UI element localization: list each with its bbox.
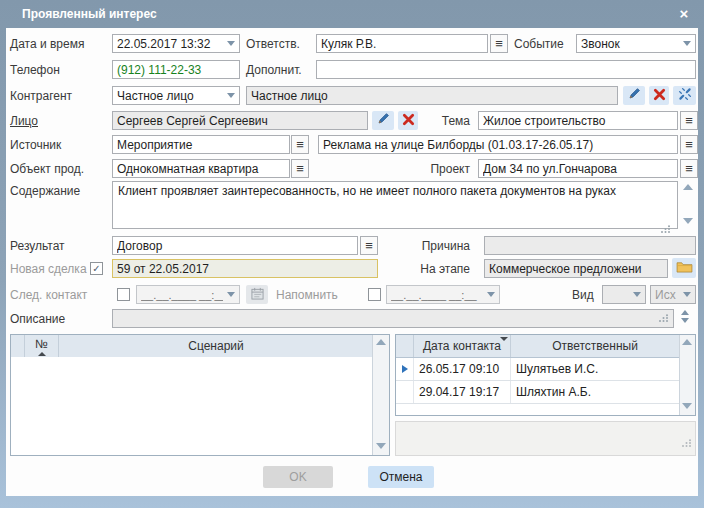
new-deal-label: Новая сделка — [10, 261, 87, 277]
phone-label: Телефон — [10, 62, 60, 78]
contact-date-cell[interactable]: 29.04.17 19:17 — [414, 381, 511, 403]
scenario-table-header: № Сценарий — [11, 335, 389, 358]
project-input[interactable]: Дом 34 по ул.Гончарова — [478, 159, 678, 178]
source-detail-input[interactable]: Реклама на улице Билборды (01.03.17-26.0… — [318, 135, 678, 154]
next-contact-date-input[interactable]: __.__.____ __:__ — [136, 285, 240, 304]
spin-up-icon[interactable] — [681, 310, 689, 315]
content-textarea[interactable]: Клиент проявляет заинтересованность, но … — [112, 181, 678, 229]
scroll-up-icon[interactable] — [376, 339, 386, 345]
stage-open-button[interactable] — [672, 258, 696, 278]
reason-input — [484, 236, 696, 255]
chevron-down-icon[interactable] — [683, 41, 691, 46]
new-deal-checkbox[interactable]: ✓ — [90, 262, 103, 275]
counterparty-clear-button[interactable] — [649, 86, 669, 105]
sales-object-input[interactable]: Однокомнатная квартира — [112, 159, 290, 178]
project-value: Дом 34 по ул.Гончарова — [483, 162, 673, 176]
scenario-name-column-header[interactable]: Сценарий — [59, 335, 373, 357]
spin-down-icon[interactable] — [681, 318, 689, 323]
table-row[interactable]: 29.04.17 19:17 Шляхтин А.Б. — [396, 381, 695, 404]
stage-value: Коммерческое предложени — [489, 262, 663, 276]
chevron-down-icon[interactable] — [487, 292, 495, 297]
check-icon: ✓ — [92, 263, 100, 274]
source-select-button[interactable]: ≡ — [291, 135, 309, 154]
theme-value: Жилое строительство — [483, 114, 673, 128]
project-label: Проект — [390, 161, 470, 177]
description-spinner[interactable] — [681, 310, 689, 323]
title-bar[interactable]: Проявленный интерес × — [0, 0, 704, 28]
clear-x-icon — [653, 87, 666, 105]
remind-checkbox[interactable] — [368, 288, 381, 301]
kind-dropdown — [602, 285, 646, 304]
theme-input[interactable]: Жилое строительство — [478, 111, 678, 130]
resize-grip-icon[interactable] — [658, 312, 669, 326]
contacts-table[interactable]: Дата контакта Ответственный 26.05.17 09:… — [395, 334, 696, 416]
scenario-name-column-label: Сценарий — [188, 339, 243, 353]
cancel-button[interactable]: Отмена — [368, 466, 434, 488]
kind-label: Вид — [572, 287, 594, 303]
stage-input[interactable]: Коммерческое предложени — [484, 259, 668, 278]
new-deal-input[interactable]: 59 от 22.05.2017 — [112, 259, 378, 278]
project-select-button[interactable]: ≡ — [680, 159, 698, 178]
event-label: Событие — [514, 36, 564, 52]
chevron-down-icon[interactable] — [227, 93, 235, 98]
scroll-down-icon[interactable] — [376, 443, 386, 449]
contacts-marker-column-header — [396, 335, 414, 357]
broken-link-icon — [677, 86, 693, 106]
scenario-table-body[interactable] — [11, 357, 372, 455]
remind-date-mask: __.__.____ __:__ — [391, 289, 483, 301]
pencil-icon — [376, 111, 391, 130]
table-row[interactable]: 26.05.17 09:10 Шулятьев И.С. — [396, 358, 695, 381]
calendar-icon — [251, 286, 264, 304]
theme-select-button[interactable]: ≡ — [680, 111, 698, 130]
description-label: Описание — [10, 311, 65, 327]
sales-object-label: Объект прод. — [10, 161, 84, 177]
scroll-up-icon[interactable] — [683, 184, 693, 190]
source-input[interactable]: Мероприятие — [112, 135, 290, 154]
result-select-button[interactable]: ≡ — [360, 236, 378, 255]
row-marker-cell — [396, 381, 414, 403]
responsible-select-button[interactable]: ≡ — [490, 34, 508, 53]
scenario-table[interactable]: № Сценарий — [10, 334, 390, 456]
chevron-down-icon[interactable] — [227, 292, 235, 297]
resize-grip-icon[interactable] — [681, 434, 692, 452]
contact-resp-cell[interactable]: Шулятьев И.С. — [511, 358, 678, 380]
remind-date-input[interactable]: __.__.____ __:__ — [386, 285, 500, 304]
pencil-icon — [627, 86, 642, 105]
sales-object-select-button[interactable]: ≡ — [291, 159, 309, 178]
contacts-resp-column-header[interactable]: Ответственный — [511, 335, 679, 357]
person-label[interactable]: Лицо — [10, 113, 38, 129]
counterparty-input[interactable]: Частное лицо — [246, 86, 618, 105]
counterparty-unlink-button[interactable] — [673, 86, 696, 105]
scenario-number-column-header[interactable]: № — [25, 335, 59, 357]
next-contact-checkbox[interactable] — [117, 288, 130, 301]
close-icon[interactable]: × — [674, 5, 694, 23]
ok-button[interactable]: OK — [263, 466, 333, 488]
additional-input[interactable] — [316, 60, 696, 79]
phone-value: (912) 111-22-33 — [117, 63, 235, 77]
sort-descending-icon — [500, 337, 508, 341]
source-label: Источник — [10, 137, 61, 153]
result-label: Результат — [10, 238, 65, 254]
contact-resp-cell[interactable]: Шляхтин А.Б. — [511, 381, 678, 403]
counterparty-edit-button[interactable] — [623, 86, 645, 105]
person-input[interactable]: Сергеев Сергей Сергеевич — [112, 111, 368, 130]
chevron-down-icon[interactable] — [227, 41, 235, 46]
contact-date-cell[interactable]: 26.05.17 09:10 — [414, 358, 511, 380]
result-input[interactable]: Договор — [112, 236, 358, 255]
contacts-scrollbar[interactable] — [679, 335, 695, 415]
scroll-up-icon[interactable] — [682, 339, 692, 345]
scenario-scrollbar[interactable] — [372, 335, 389, 455]
scenario-marker-column-header — [11, 335, 25, 357]
scroll-down-icon[interactable] — [682, 403, 692, 409]
contacts-date-column-label: Дата контакта — [423, 339, 501, 353]
counterparty-type-dropdown[interactable]: Частное лицо — [112, 86, 240, 105]
person-value: Сергеев Сергей Сергеевич — [117, 114, 363, 128]
responsible-input[interactable]: Куляк Р.В. — [316, 34, 488, 53]
source-detail-select-button[interactable]: ≡ — [680, 135, 698, 154]
phone-input[interactable]: (912) 111-22-33 — [112, 60, 240, 79]
scroll-down-icon[interactable] — [683, 218, 693, 224]
contacts-date-column-header[interactable]: Дата контакта — [414, 335, 511, 357]
event-dropdown[interactable]: Звонок — [576, 34, 696, 53]
datetime-input[interactable]: 22.05.2017 13:32 — [112, 34, 240, 53]
datetime-label: Дата и время — [10, 36, 84, 52]
